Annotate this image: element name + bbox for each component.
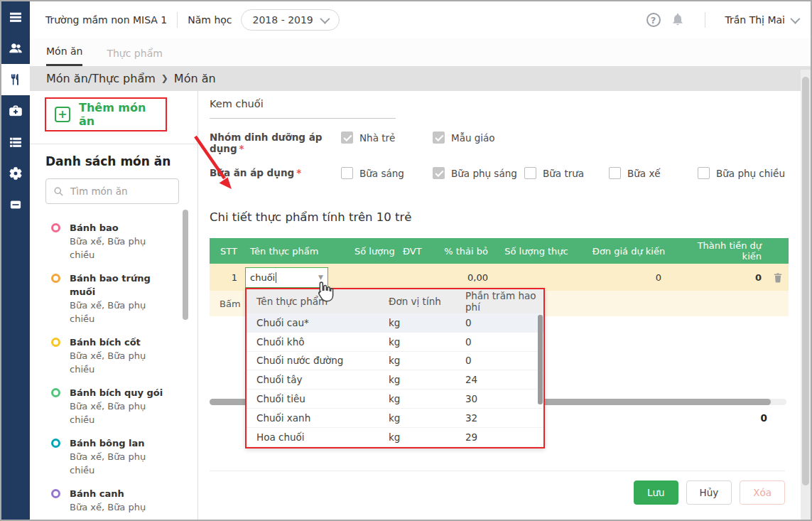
meal-apply-label: Bữa ăn áp dụng* [210,167,341,178]
hamburger-menu-icon[interactable] [1,1,30,33]
dish-list-item[interactable]: Bánh bông lan Bữa xế, Bữa phụ chiều [30,432,197,483]
dish-list-item[interactable]: Bánh bao Bữa xế, Bữa phụ chiều [30,217,197,267]
dish-list-item[interactable]: Bánh canh Bữa xế, Bữa phụ [30,483,197,520]
option-unit: kg [379,393,455,404]
save-button[interactable]: Lưu [634,480,678,505]
add-dish-label: Thêm món ăn [79,101,166,128]
settings-gear-icon[interactable] [1,158,30,189]
footer-actions: Lưu Hủy Xóa [210,471,785,505]
checkbox-box [433,131,445,144]
divider [705,12,705,28]
delete-button[interactable]: Xóa [740,480,785,505]
col-ten-thuc-pham: Tên thực phẩm [242,246,352,257]
user-menu[interactable]: Trần Thị Mai [725,14,798,26]
option-pct: 32 [455,412,538,424]
add-dish-button[interactable]: + Thêm món ăn [45,97,167,131]
col-don-gia: Đơn giá dự kiến [579,246,678,257]
row-total: 0 [678,272,767,283]
tab-thuc-pham[interactable]: Thực phẩm [107,48,162,66]
checkbox-box [698,167,710,179]
dropdown-option[interactable]: Chuối nước đường kg 0 [247,352,543,371]
dish-list-panel: + Thêm món ăn Danh sách món ăn Tìm món ă… [30,91,198,520]
medkit-icon[interactable] [1,95,30,127]
option-pct: 30 [455,393,538,404]
users-icon[interactable] [1,33,30,64]
dish-search-input[interactable]: Tìm món ăn [45,178,179,204]
col-dvt: ĐVT [401,246,433,257]
checkbox-label: Bữa sáng [359,168,404,179]
nutrition-group-label: Nhóm dinh dưỡng áp dụng* [210,131,341,154]
breadcrumb-separator: ❯ [161,73,168,83]
dish-list-scrollbar[interactable] [183,210,188,320]
dish-list-item[interactable]: Bánh bích cốt Bữa xế, Bữa phụ chiều [30,331,197,382]
nutrition-checkbox[interactable]: Mẫu giáo [433,131,524,144]
dish-meals: Bữa xế, Bữa phụ chiều [70,450,169,477]
dish-list: Bánh bao Bữa xế, Bữa phụ chiều Bánh bao … [30,217,197,520]
option-pct: 29 [455,431,538,443]
hand-cursor-icon [312,279,336,306]
dropdown-header: Tên thực phẩm Đơn vị tính Phần trăm hao … [247,289,543,313]
row-unit-price[interactable]: 0 [579,272,678,283]
dish-color-ring [51,338,60,347]
meal-checkbox[interactable]: Bữa phụ sáng [433,167,524,179]
row-stt: 1 [210,272,242,283]
dish-list-item[interactable]: Bánh bích quy gói Bữa xế, Bữa phụ chiều [30,382,197,432]
option-name: Chuối nước đường [247,355,379,366]
option-name: Chuối cau* [247,317,379,328]
detail-section-title: Chi tiết thực phẩm tính trên 10 trẻ [210,210,411,224]
nutrition-group-row: Nhóm dinh dưỡng áp dụng* Nhà trẻ [210,131,524,154]
help-icon[interactable]: ? [646,13,661,27]
dropdown-option[interactable]: Chuối tiêu kg 30 [247,390,543,409]
dish-name: Bánh bích quy gói [70,386,169,399]
meals-icon[interactable] [1,64,30,95]
delete-row-trash-icon[interactable] [767,272,789,284]
dish-meals: Bữa xế, Bữa phụ chiều [70,299,169,326]
tab-mon-an[interactable]: Món ăn [46,45,82,66]
list-icon[interactable] [1,127,30,158]
dropdown-option[interactable]: Chuối khô kg 0 [247,333,543,352]
meal-checkbox[interactable]: Bữa sáng [341,167,433,179]
col-so-luong: Số lượng [352,246,401,257]
checkbox-box [433,167,445,179]
option-pct: 0 [455,317,538,328]
dropdown-option[interactable]: Chuối cau* kg 0 [247,313,543,333]
option-unit: kg [379,336,455,348]
option-pct: 0 [455,336,538,348]
dish-color-ring [51,274,60,283]
dropdown-option[interactable]: Chuối tây kg 24 [247,370,543,390]
nutrition-checkbox[interactable]: Nhà trẻ [341,131,433,144]
dish-color-ring [51,223,60,232]
meal-checkbox[interactable]: Bữa trưa [524,167,609,179]
notification-bell-icon[interactable] [671,12,685,28]
checkbox-box [524,167,536,179]
row-waste-pct[interactable]: 0,00 [433,272,494,283]
option-name: Hoa chuối [247,431,379,443]
dropdown-option[interactable]: Chuối xanh kg 32 [247,409,543,428]
dish-name: Bánh canh [70,487,146,500]
topbar: Trường mầm non MISA 1 Năm học 2018 - 201… [30,1,811,38]
option-name: Chuối tây [247,374,379,385]
dropdown-scrollbar[interactable] [538,315,543,404]
card-icon[interactable] [1,189,30,220]
breadcrumb-current: Món ăn [174,72,216,85]
option-unit: kg [379,317,455,328]
vscroll-thumb[interactable] [802,77,809,485]
school-name: Trường mầm non MISA 1 [45,14,167,26]
meal-checkbox[interactable]: Bữa xế [609,167,698,179]
dd-col-pct: Phần trăm hao phí [455,290,538,313]
divider [177,12,178,28]
dish-list-item[interactable]: Bánh bao trứng muối Bữa xế, Bữa phụ chiề… [30,267,197,331]
dish-name: Bánh bích cốt [70,335,169,349]
dropdown-rows: Chuối cau* kg 0 Chuối khô kg 0 [247,313,543,447]
col-thai-bo: % thải bỏ [433,246,494,257]
option-unit: kg [379,412,455,424]
option-unit: kg [379,431,455,443]
dish-color-ring [51,388,60,397]
school-year-select[interactable]: 2018 - 2019 [241,9,340,31]
dish-name-input[interactable]: Kem chuối [210,98,396,119]
col-stt: STT [210,246,242,257]
cancel-button[interactable]: Hủy [686,480,732,505]
dropdown-option[interactable]: Hoa chuối kg 29 [247,428,543,447]
dish-detail-content: Kem chuối Nhóm dinh dưỡng áp dụng* Nhà t… [198,91,811,520]
meal-checkbox[interactable]: Bữa phụ chiều [698,167,789,179]
